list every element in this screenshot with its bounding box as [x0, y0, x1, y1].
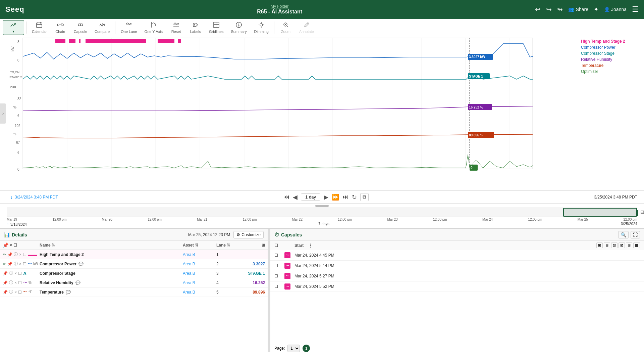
row-5-check-icon[interactable]: ☐: [18, 290, 22, 295]
toolbar-chain-button[interactable]: Chain: [51, 20, 70, 35]
row-1-check-icon[interactable]: ☐: [23, 252, 26, 257]
toolbar-calendar-button[interactable]: Calendar: [29, 20, 50, 35]
ai-button[interactable]: ✦: [594, 6, 599, 13]
customize-button[interactable]: ⚙ Customize: [233, 231, 264, 238]
row-3-check-icon[interactable]: ☐: [18, 271, 22, 276]
capsules-expand-button[interactable]: ⛶: [631, 231, 640, 238]
row-3-info-icon[interactable]: ⓘ: [9, 270, 13, 276]
nav-selection-window[interactable]: [563, 208, 637, 217]
row-2-pin-icon[interactable]: 📌: [7, 262, 12, 266]
cap-row-3-check[interactable]: ☐: [274, 274, 284, 278]
toolbar-zoom-button[interactable]: Zoom: [276, 20, 295, 35]
row-2-check-icon[interactable]: ☐: [23, 262, 26, 266]
refresh-button[interactable]: ↻: [352, 193, 357, 201]
cap-action-5[interactable]: ⊞: [626, 243, 632, 248]
row-2-info-icon[interactable]: ⓘ: [14, 261, 18, 267]
fast-forward-button[interactable]: ⏩: [332, 193, 339, 201]
toolbar-one-y-axis-button[interactable]: One Y-Axis: [141, 20, 166, 35]
row-1-pin-icon[interactable]: 📌: [7, 252, 12, 257]
svg-text:TR,ON: TR,ON: [10, 71, 19, 74]
toolbar-one-lane-button[interactable]: One Lane: [117, 20, 140, 35]
row-4-pin-icon[interactable]: 📌: [3, 280, 8, 285]
undo-button[interactable]: ↩: [535, 5, 541, 13]
row-5-asset[interactable]: Area B: [183, 290, 216, 295]
toolbar-reset-button[interactable]: Reset: [167, 20, 185, 35]
details-date: Mar 25, 2024 12:23 PM: [188, 232, 230, 237]
svg-text:67: 67: [16, 141, 20, 144]
cap-action-4[interactable]: ⊠: [619, 243, 625, 248]
toolbar-summary-button[interactable]: Summary: [227, 20, 250, 35]
nav-resize-handle[interactable]: [637, 210, 638, 216]
toolbar-trend-button[interactable]: ▼: [3, 20, 24, 35]
copy-button[interactable]: ⧉: [360, 193, 369, 201]
row-5-close-icon[interactable]: ×: [14, 290, 17, 295]
toolbar-compare-button[interactable]: Compare: [91, 20, 113, 35]
user-button[interactable]: 👤 Joanna: [604, 7, 627, 12]
row-1-asset[interactable]: Area B: [183, 252, 216, 257]
row-1-edit-icon[interactable]: ✏: [3, 252, 6, 257]
row-2-chat-icon[interactable]: 💬: [78, 262, 84, 266]
row-5-pin-icon[interactable]: 📌: [3, 290, 8, 295]
row-1-info-icon[interactable]: ⓘ: [14, 252, 18, 257]
details-panel-header: 📊 Details Mar 25, 2024 12:23 PM ⚙ Custom…: [0, 229, 268, 241]
th-asset[interactable]: Asset ⇅: [183, 243, 216, 248]
th-name[interactable]: Name ⇅: [40, 243, 183, 248]
row-3-asset[interactable]: Area B: [183, 271, 216, 276]
cap-action-2[interactable]: ⊟: [604, 243, 610, 248]
menu-button[interactable]: ☰: [632, 5, 639, 14]
th-settings-icon[interactable]: ⊞: [262, 243, 265, 248]
toolbar-labels-button[interactable]: Labels: [186, 20, 205, 35]
cap-action-6[interactable]: ▦: [633, 243, 640, 248]
row-2-close-icon[interactable]: ×: [19, 262, 21, 266]
svg-text:0: 0: [17, 168, 19, 171]
nav-timeline[interactable]: ⊟: [7, 208, 637, 217]
row-2-asset[interactable]: Area B: [183, 262, 216, 266]
row-5-name: Temperature 💬: [40, 290, 183, 295]
th-lane[interactable]: Lane ⇅: [216, 243, 238, 248]
row-4-info-icon[interactable]: ⓘ: [9, 280, 13, 285]
row-1-icons: ✏ 📌 ⓘ × ☐ ▬▬: [3, 252, 40, 257]
step-back-button[interactable]: ◀: [293, 193, 298, 201]
row-4-check-icon[interactable]: ☐: [18, 280, 22, 285]
header-left: Seeq: [5, 5, 24, 14]
cap-row-2-check[interactable]: ☐: [274, 263, 284, 268]
toolbar-separator-3: [274, 21, 274, 34]
cap-th-start[interactable]: Start ↑ ⋮: [294, 243, 596, 248]
row-5-info-icon[interactable]: ⓘ: [9, 289, 13, 295]
toolbar-gridlines-button[interactable]: Gridlines: [206, 20, 227, 35]
folder-link[interactable]: My Folder: [271, 4, 288, 9]
forward-button[interactable]: ↬: [557, 5, 563, 13]
calendar-icon: [36, 21, 43, 29]
page-select[interactable]: 1: [287, 345, 300, 352]
row-4-close-icon[interactable]: ×: [14, 280, 17, 285]
cap-action-3[interactable]: ⊡: [611, 243, 618, 248]
row-3-pin-icon[interactable]: 📌: [3, 271, 8, 276]
capsule-icon: [77, 21, 84, 29]
share-button[interactable]: 👥 Share: [568, 7, 588, 12]
redo-button[interactable]: ↪: [546, 5, 552, 13]
row-5-chat-icon[interactable]: 💬: [66, 290, 71, 295]
cap-action-1[interactable]: ⊞: [596, 243, 603, 248]
chain-icon: [57, 21, 64, 29]
svg-text:0: 0: [471, 166, 473, 170]
cap-row-4-check[interactable]: ☐: [274, 284, 284, 289]
row-1-close-icon[interactable]: ×: [19, 252, 21, 257]
skip-back-button[interactable]: ⏮: [283, 193, 289, 201]
toolbar-capsule-button[interactable]: Capsule: [70, 20, 91, 35]
row-3-close-icon[interactable]: ×: [14, 271, 17, 276]
page-number: 1: [287, 345, 300, 352]
row-4-asset[interactable]: Area B: [183, 280, 216, 285]
row-2-edit-icon[interactable]: ✏: [3, 262, 6, 266]
toolbar-annotate-button[interactable]: Annotate: [296, 20, 317, 35]
up-arrow-icon: ↑: [7, 222, 9, 227]
skip-forward-button[interactable]: ⏭: [342, 193, 348, 201]
cap-row-1-check[interactable]: ☐: [274, 253, 284, 258]
cap-row-3-icon: 〜: [284, 273, 294, 279]
play-button[interactable]: ▶: [324, 193, 328, 201]
nav-drag-handle[interactable]: [7, 205, 637, 207]
chart-expand-button[interactable]: ›: [0, 103, 6, 124]
capsules-zoom-button[interactable]: 🔍: [618, 231, 629, 238]
nav-scale-icon[interactable]: ⊟: [640, 209, 644, 215]
toolbar-dimming-button[interactable]: Dimming: [251, 20, 272, 35]
row-4-chat-icon[interactable]: 💬: [75, 280, 80, 285]
